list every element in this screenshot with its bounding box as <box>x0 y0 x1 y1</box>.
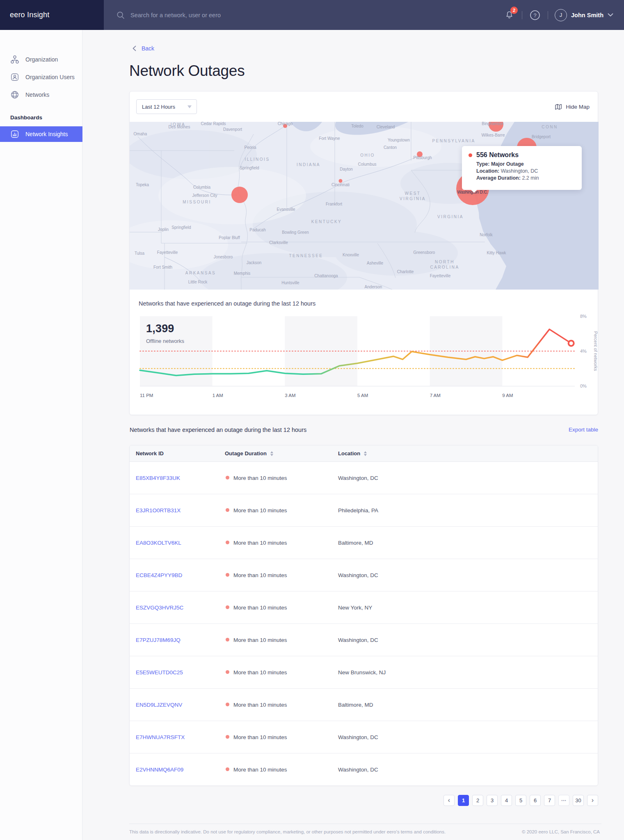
sidebar-item-label: Network Insights <box>25 131 68 137</box>
pagination-prev-button[interactable]: ‹ <box>443 795 455 806</box>
outage-location: Baltimore, MD <box>338 702 373 708</box>
pagination-page-7[interactable]: 7 <box>544 795 555 806</box>
pagination-page-2[interactable]: 2 <box>472 795 483 806</box>
chart-title: Networks that have experienced an outage… <box>139 300 315 307</box>
sort-icon[interactable] <box>270 451 273 456</box>
pagination-page-6[interactable]: 6 <box>530 795 541 806</box>
map-city-label: Joplin <box>158 227 169 232</box>
tooltip-location-value: Washington, DC <box>501 168 538 174</box>
network-id-link[interactable]: E3JR1O0RTB31X <box>136 507 181 514</box>
network-id-link[interactable]: E7PZUJ78M69JQ <box>136 637 181 643</box>
outage-map[interactable]: IOWAILLINOISINDIANAOHIOPENNSYLVANIAMISSO… <box>130 122 599 290</box>
help-button[interactable]: ? <box>529 9 541 21</box>
map-city-label: Asheville <box>367 261 383 265</box>
map-city-label: Fayetteville <box>157 250 178 255</box>
time-range-value: Last 12 Hours <box>142 104 175 110</box>
pagination-page-4[interactable]: 4 <box>501 795 512 806</box>
map-city-label: Norfolk <box>480 233 493 237</box>
table-title: Networks that have experienced an outage… <box>130 427 306 433</box>
map-city-label: Evansville <box>277 207 295 212</box>
globe-icon <box>10 90 19 99</box>
time-range-dropdown[interactable]: Last 12 Hours <box>136 99 197 114</box>
network-id-link[interactable]: E7HWNUA7RSFTX <box>136 734 185 740</box>
outage-location: Philedelphia, PA <box>338 507 378 514</box>
network-id-link[interactable]: ECBE4Z4PYY9BD <box>136 572 182 578</box>
outage-duration: More than 10 minutes <box>233 669 287 676</box>
table-row: EN5D9LJZEVQNVMore than 10 minutesBaltimo… <box>130 689 598 721</box>
map-city-label: Springfield <box>240 166 259 170</box>
user-menu[interactable]: J John Smith <box>555 9 613 21</box>
network-id-link[interactable]: E85XB4Y8F33UK <box>136 475 180 481</box>
caret-down-icon <box>187 105 192 108</box>
map-city-label: Topeka <box>136 183 149 187</box>
map-city-label: Frankfort <box>326 202 342 206</box>
map-city-label: Tulsa <box>135 251 145 256</box>
pagination-page-1[interactable]: 1 <box>458 795 469 806</box>
map-city-label: Bowling Green <box>282 230 309 235</box>
outage-location: Washington, DC <box>338 734 378 740</box>
map-city-label: Columbus <box>358 162 376 167</box>
pagination-page-3[interactable]: 3 <box>487 795 498 806</box>
notifications-button[interactable]: 2 <box>503 9 515 21</box>
outage-line-chart: 11 PM1 AM3 AM5 AM7 AM9 AM8%4%0%Percent o… <box>130 314 599 415</box>
sidebar-item-organization-users[interactable]: Organization Users <box>0 69 82 85</box>
avatar: J <box>555 9 567 21</box>
back-button[interactable]: Back <box>132 45 154 52</box>
tooltip-location-label: Location: <box>476 168 499 174</box>
map-state-label: PENNSYLVANIA <box>432 139 475 143</box>
map-state-label: MISSOURI <box>183 200 211 204</box>
sidebar-item-networks[interactable]: Networks <box>0 87 82 103</box>
table-row: ECBE4Z4PYY9BDMore than 10 minutesWashing… <box>130 559 598 591</box>
outage-dot-icon <box>469 153 472 157</box>
tooltip-duration-value: 2.2 min <box>522 175 539 181</box>
notification-badge: 2 <box>510 7 518 14</box>
global-search <box>117 0 344 30</box>
network-id-link[interactable]: E5E5WEUTD0C25 <box>136 669 183 676</box>
sidebar-item-organization[interactable]: Organization <box>0 51 82 68</box>
page-title: Network Outages <box>129 62 245 80</box>
outage-circle[interactable] <box>231 187 248 203</box>
table-row: EA8O3KOLTV6KLMore than 10 minutesBaltimo… <box>130 527 598 559</box>
map-city-label: Pittsburgh <box>413 155 432 160</box>
pagination-next-button[interactable]: › <box>587 795 598 806</box>
network-id-link[interactable]: ESZVGQ3HVRJ5C <box>136 605 183 611</box>
footer-divider <box>129 824 601 824</box>
map-city-label: Kitty Hawk <box>487 251 506 255</box>
network-id-link[interactable]: EA8O3KOLTV6KL <box>136 540 181 546</box>
map-city-label: Poplar Bluff <box>219 235 240 240</box>
map-city-label: Des Moines <box>169 125 190 129</box>
map-state-label: INDIANA <box>297 162 320 167</box>
hide-map-button[interactable]: Hide Map <box>555 91 590 122</box>
back-label: Back <box>142 45 154 52</box>
pagination-ellipsis[interactable]: ••• <box>558 795 569 806</box>
map-city-label: Little Rock <box>188 280 208 284</box>
outage-duration: More than 10 minutes <box>233 572 287 578</box>
outage-status-dot <box>226 735 229 739</box>
network-id-link[interactable]: EN5D9LJZEVQNV <box>136 702 182 708</box>
export-table-link[interactable]: Export table <box>569 427 598 433</box>
pagination-page-5[interactable]: 5 <box>515 795 526 806</box>
map-city-label: Fayetteville <box>430 274 451 278</box>
network-id-link[interactable]: E2VHNNMQ6AF09 <box>136 767 183 773</box>
map-city-label: Charlotte <box>397 269 414 274</box>
outage-status-dot <box>226 605 229 609</box>
map-state-label: OHIO <box>360 153 375 158</box>
map-city-label: Toledo <box>351 124 363 128</box>
sidebar-item-network-insights[interactable]: Network Insights <box>0 126 82 142</box>
table-row: E3JR1O0RTB31XMore than 10 minutesPhilede… <box>130 494 598 527</box>
org-chart-icon <box>10 55 19 64</box>
pagination-page-30[interactable]: 30 <box>573 795 584 806</box>
outage-duration: More than 10 minutes <box>233 475 287 481</box>
footer-copyright: © 2020 eero LLC, San Francisco, CA <box>522 829 600 834</box>
search-input[interactable] <box>130 12 344 18</box>
map-city-label: Bridgeport <box>532 135 551 139</box>
outage-location: New Brunswick, NJ <box>338 669 386 676</box>
outage-chart-section: Networks that have experienced an outage… <box>130 290 599 415</box>
sort-icon[interactable] <box>364 451 367 456</box>
map-state-label: ILLINOIS <box>245 157 270 162</box>
map-city-label: Cincinnati <box>331 183 350 187</box>
outage-location: New York, NY <box>338 605 372 611</box>
outage-duration: More than 10 minutes <box>233 605 287 611</box>
card-header: Last 12 Hours Hide Map <box>130 91 598 122</box>
sidebar-item-label: Organization Users <box>25 74 75 80</box>
